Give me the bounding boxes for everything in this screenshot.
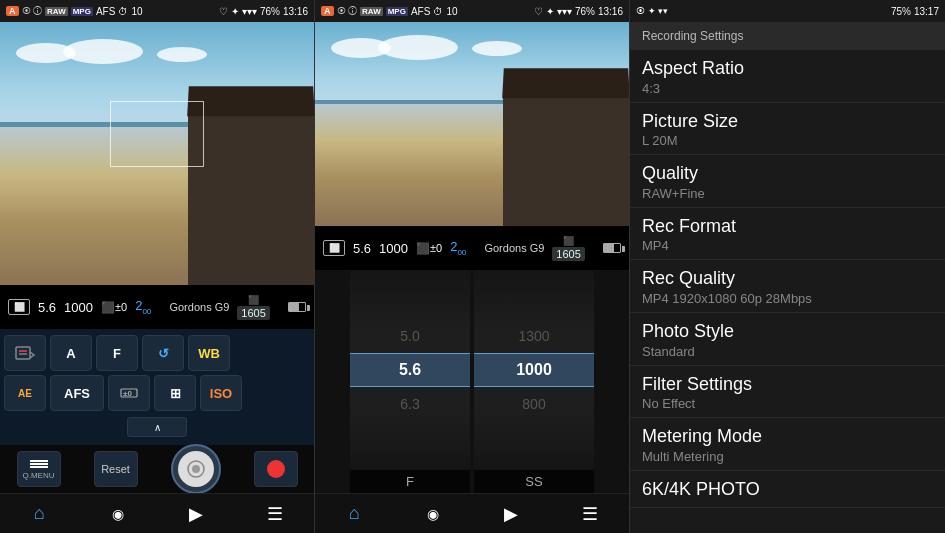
exposure-val-2: ⬛±0 <box>416 242 442 255</box>
f-dial-col: 5.0 5.6 6.3 F <box>350 270 470 493</box>
reset-btn[interactable]: Reset <box>94 451 138 487</box>
nav-wifi-1[interactable]: ◉ <box>100 496 136 532</box>
status-bar-3: ⦿ ✦ ▾▾ 75% 13:17 <box>630 0 945 22</box>
format-badge-2: MPG <box>386 7 408 16</box>
reset-label: Reset <box>101 463 130 475</box>
af-mode-2: AFS <box>411 6 430 17</box>
settings-label-6: Filter Settings <box>642 374 933 396</box>
status-icons-1: ⦿ ⓘ <box>22 6 43 16</box>
signal-icon: ▾▾▾ <box>242 6 257 17</box>
ae-btn[interactable]: AE <box>4 375 46 411</box>
battery-pct-1: 76% <box>260 6 280 17</box>
settings-item-5[interactable]: Photo Style Standard <box>630 313 945 366</box>
iso-val-1: 1605 <box>237 306 269 320</box>
ss-dial[interactable]: 1300 1000 800 <box>474 270 594 470</box>
nav-bar-2: ⌂ ◉ ▶ ☰ <box>315 493 629 533</box>
timer-btn[interactable]: ↺ <box>142 335 184 371</box>
shutter-btn[interactable] <box>171 444 221 494</box>
nav-play-1[interactable]: ▶ <box>178 496 214 532</box>
settings-item-4[interactable]: Rec Quality MP4 1920x1080 60p 28Mbps <box>630 260 945 313</box>
record-btn[interactable] <box>254 451 298 487</box>
status-right-3: 75% 13:17 <box>891 6 939 17</box>
settings-item-2[interactable]: Quality RAW+Fine <box>630 155 945 208</box>
aperture-val-2: 5.6 <box>353 241 371 256</box>
record-dot <box>267 460 285 478</box>
ss-dial-col: 1300 1000 800 SS <box>474 270 594 493</box>
building-bg-2 <box>503 83 629 226</box>
ss-selected-val: 1000 <box>516 361 552 379</box>
up-arrow-btn[interactable]: ∧ <box>127 417 187 437</box>
ss-val-top: 1300 <box>474 319 594 353</box>
settings-item-7[interactable]: Metering Mode Multi Metering <box>630 418 945 471</box>
cloud-2 <box>63 39 143 64</box>
settings-header-label: Recording Settings <box>642 29 743 43</box>
bt-icon-2: ✦ <box>546 6 554 17</box>
cloud-2-2 <box>378 35 458 60</box>
cloud-2-3 <box>472 41 522 56</box>
status-icons-2: ⦿ ⓘ <box>337 6 358 16</box>
shutter-val-1: 1000 <box>64 300 93 315</box>
f-dial[interactable]: 5.0 5.6 6.3 <box>350 270 470 470</box>
settings-item-6[interactable]: Filter Settings No Effect <box>630 366 945 419</box>
mode-badge-2: A <box>321 6 334 16</box>
mode-badge-1: A <box>6 6 19 16</box>
settings-item-0[interactable]: Aspect Ratio 4:3 <box>630 50 945 103</box>
settings-list: Aspect Ratio 4:3 Picture Size L 20M Qual… <box>630 50 945 533</box>
settings-item-8[interactable]: 6K/4K PHOTO <box>630 471 945 509</box>
viewfinder-2[interactable] <box>315 22 629 226</box>
f-val-top: 5.0 <box>350 319 470 353</box>
f-dial-label: F <box>350 470 470 493</box>
settings-label-3: Rec Format <box>642 216 933 238</box>
status-bar-2: A ⦿ ⓘ RAW MPG AFS ⏱ 10 ♡ ✦ ▾▾▾ 76% 13:16 <box>315 0 629 22</box>
qmenu-btn[interactable]: Q.MENU <box>17 451 61 487</box>
wb-btn[interactable]: WB <box>188 335 230 371</box>
hdr-icon: ⬛ <box>248 295 259 305</box>
cam-name-1: Gordons G9 <box>169 301 229 313</box>
shutter-val-2: 1000 <box>379 241 408 256</box>
nav-home-2[interactable]: ⌂ <box>336 496 372 532</box>
nav-wifi-2[interactable]: ◉ <box>415 496 451 532</box>
iso-val-2: 1605 <box>552 247 584 261</box>
settings-value-0: 4:3 <box>642 81 933 96</box>
battery-pct-2: 76% <box>575 6 595 17</box>
settings-value-6: No Effect <box>642 396 933 411</box>
nav-menu-1[interactable]: ☰ <box>257 496 293 532</box>
settings-item-3[interactable]: Rec Format MP4 <box>630 208 945 261</box>
building-bg <box>188 101 314 285</box>
timer-icon-2: ⏱ <box>433 6 443 17</box>
nav-home-1[interactable]: ⌂ <box>21 496 57 532</box>
bottom-bar-1: Q.MENU Reset <box>0 445 314 493</box>
nav-play-2[interactable]: ▶ <box>493 496 529 532</box>
ctrl-row-1: A F ↺ WB <box>4 335 310 371</box>
exposure-val-1: ⬛±0 <box>101 301 127 314</box>
burst-icon-2: 10 <box>446 6 457 17</box>
nav-menu-2[interactable]: ☰ <box>572 496 608 532</box>
settings-value-4: MP4 1920x1080 60p 28Mbps <box>642 291 933 306</box>
time-1: 13:16 <box>283 6 308 17</box>
signal-icon-2: ▾▾▾ <box>557 6 572 17</box>
iso-btn[interactable]: ISO <box>200 375 242 411</box>
a-btn[interactable]: A <box>50 335 92 371</box>
settings-label-4: Rec Quality <box>642 268 933 290</box>
exp-btn[interactable]: ±0 <box>108 375 150 411</box>
viewfinder-1[interactable] <box>0 22 314 285</box>
settings-value-1: L 20M <box>642 133 933 148</box>
status-left-3: ⦿ ✦ ▾▾ <box>636 6 668 16</box>
svg-text:±0: ±0 <box>123 389 132 398</box>
status-right-2: ♡ ✦ ▾▾▾ 76% 13:16 <box>534 6 623 17</box>
timer-icon: ⏱ <box>118 6 128 17</box>
iso-label-1: 200 <box>135 298 151 316</box>
afs-btn[interactable]: AFS <box>50 375 104 411</box>
bt-icon: ✦ <box>231 6 239 17</box>
mode-btn[interactable] <box>4 335 46 371</box>
settings-label-5: Photo Style <box>642 321 933 343</box>
controls-area-1: A F ↺ WB AE AFS ±0 ⊞ ISO ∧ <box>0 329 314 445</box>
cam-name-2: Gordons G9 <box>484 242 544 254</box>
grid-btn[interactable]: ⊞ <box>154 375 196 411</box>
f-val-selected: 5.6 <box>350 353 470 387</box>
f-btn[interactable]: F <box>96 335 138 371</box>
time-2: 13:16 <box>598 6 623 17</box>
settings-item-1[interactable]: Picture Size L 20M <box>630 103 945 156</box>
dial-container: 5.0 5.6 6.3 F 1300 <box>315 270 629 493</box>
qmenu-icon <box>30 459 48 469</box>
